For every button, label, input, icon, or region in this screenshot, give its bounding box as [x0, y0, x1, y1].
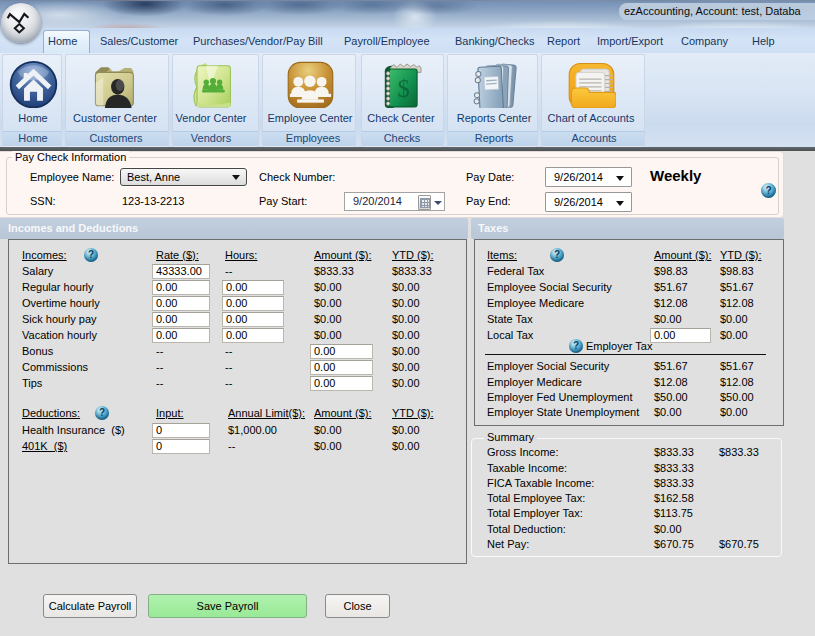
svg-text:$: $ — [397, 75, 409, 102]
